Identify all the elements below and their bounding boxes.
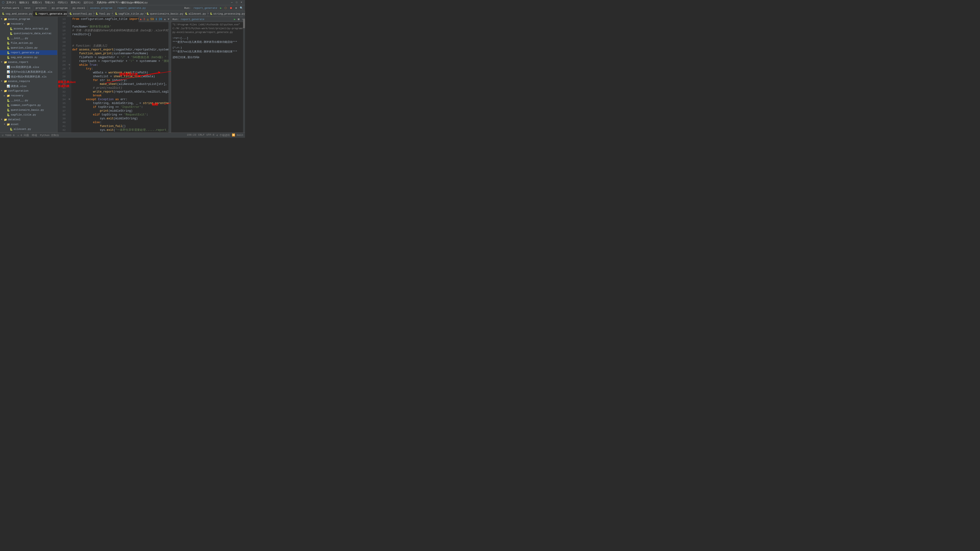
tree-item-init-1[interactable]: 🐍 __init__.py xyxy=(0,36,57,41)
code-line-38: elif topString == 'RequestExit': xyxy=(72,113,167,117)
debug-button[interactable]: ⬡ xyxy=(223,6,228,10)
code-line-31: # print(realDict) xyxy=(72,86,167,90)
tree-item-base[interactable]: ▶ 📁 base xyxy=(0,132,57,132)
tree-label-common-configure: common_configure.py xyxy=(11,104,41,106)
up-icon[interactable]: ▲ xyxy=(164,18,166,21)
fold-marker-25[interactable]: ⊟ xyxy=(68,64,70,66)
py-icon-11: 🐍 xyxy=(7,113,10,116)
code-line-34: except Exception as err: xyxy=(72,98,167,102)
tree-root[interactable]: ▼ 📁 assess_program xyxy=(0,17,57,22)
todo-item[interactable]: ☑ TODO 6 xyxy=(2,134,14,137)
py-icon-10: 🐍 xyxy=(7,109,10,112)
tab-report-generate[interactable]: 🐍 report_generate.py × xyxy=(33,11,67,17)
line-numbers: 1314151617 1819202122 2324252627 2829303… xyxy=(57,17,67,132)
fold-marker-34[interactable]: ⊟ xyxy=(68,98,70,100)
tree-item-xlsx-3[interactable]: 📊 使起#熟拉#系统测评总表.xls xyxy=(0,74,57,79)
tree-item-assess-extract[interactable]: 🐍 assess_data_extract.py xyxy=(0,26,57,31)
code-editor[interactable]: from configuration.sagfile_title import … xyxy=(71,17,169,132)
settings-button[interactable]: ⚙ xyxy=(234,6,238,10)
tree-item-init-2[interactable]: 🐍 __init__.py xyxy=(0,98,57,103)
code-line-42: sys.exit('一条野生异常需要处理......report_generat… xyxy=(72,128,167,132)
run-button[interactable]: ▶ xyxy=(219,6,223,10)
excel-icon-1: 📊 xyxy=(7,65,10,68)
tree-item-xlsx-2[interactable]: 📊 使充feel信儿奥系统测评总表.xls xyxy=(0,69,57,74)
tab-tool[interactable]: 🐍 Tool.py × xyxy=(94,11,113,17)
project-button[interactable]: project xyxy=(35,6,48,10)
menu-code[interactable]: 代码(C) xyxy=(58,1,68,4)
report-generate-button[interactable]: report_generate.py xyxy=(116,6,147,10)
tree-item-sag-assess[interactable]: 🐍 sag_and_assess.py xyxy=(0,55,57,60)
crlf-item[interactable]: CRLF xyxy=(198,133,204,137)
tree-item-q-basic[interactable]: 🐍 questionaire_basic.py xyxy=(0,108,57,113)
window-title: Python-work – report_generate.py xyxy=(97,1,148,4)
tree-item-file-action[interactable]: 🐍 file_action.py xyxy=(0,41,57,45)
tree-item-questionaire-extract[interactable]: 🐍 questionaire_data_extrac xyxy=(0,31,57,36)
run-icon[interactable]: ▶ xyxy=(234,18,235,21)
tree-item-asset[interactable]: ▼ 📁 asset xyxy=(0,122,57,127)
tree-expand-icon: ▼ xyxy=(1,18,4,20)
python-console-item[interactable]: Python 控制台 xyxy=(40,133,59,137)
problems-item[interactable]: ⚠ 6 问题 xyxy=(18,133,29,137)
menu-file[interactable]: 文件(F) xyxy=(6,1,16,4)
menu-view[interactable]: 视图(V) xyxy=(32,1,42,4)
tree-label-file-action: file_action.py xyxy=(11,41,33,44)
tree-item-report-generate[interactable]: 🐍 report_generate.py xyxy=(0,50,57,55)
menu-edit[interactable]: 编辑(E) xyxy=(19,1,29,4)
tab-asset-tool[interactable]: 🐍 assetTool.py × xyxy=(67,11,94,17)
right-scroll[interactable] xyxy=(243,17,245,132)
run-config[interactable]: report_generate xyxy=(192,6,218,10)
tree-item-assess-report[interactable]: ▼ 📁 assess_report xyxy=(0,60,57,65)
run-output-content: "C:\Program Files (x86)\Python38-32\pyth… xyxy=(171,22,245,132)
menu-run[interactable]: 运行(U) xyxy=(83,1,94,4)
project-selector[interactable]: Python-work xyxy=(1,6,20,10)
tab-questionaire-basic[interactable]: 🐍 questionaire_basic.py × xyxy=(145,11,183,17)
tree-item-diaocha[interactable]: 📊 调查表.xlsx xyxy=(0,84,57,89)
stop-button[interactable]: ⏹ xyxy=(229,6,233,10)
stop-run-icon[interactable]: ⏹ xyxy=(237,18,240,21)
test-button[interactable]: test xyxy=(24,6,32,10)
spaces-item[interactable]: 4 个缩进符 xyxy=(216,133,230,137)
run-output-line-4: ***使充feel信儿奥系统-测评表导出模块功能结束*** xyxy=(172,50,243,54)
tree-item-common-configure[interactable]: 🐍 common_configure.py xyxy=(0,103,57,108)
tab-string-processing[interactable]: 🐍 string_processing.py × xyxy=(208,11,245,17)
tree-item-all-asset-py[interactable]: 🐍 allAsset.py xyxy=(0,127,57,132)
folder-icon-1: 📁 xyxy=(7,22,10,25)
git-branch-item[interactable]: 🔀 main xyxy=(232,133,243,137)
close-button[interactable]: × xyxy=(240,1,243,4)
scroll-thumb[interactable] xyxy=(243,19,245,28)
tree-item-xlsx-1[interactable]: 📊 XXX系统测评总表.xlsx xyxy=(0,65,57,69)
py-program-button[interactable]: py-program xyxy=(51,6,68,10)
assess-program-button[interactable]: assess_program xyxy=(89,6,113,10)
maximize-button[interactable]: □ xyxy=(235,1,238,4)
tree-label-datacool: dataCool xyxy=(8,118,21,121)
down-icon[interactable]: ▼ xyxy=(168,18,169,21)
status-left: ☑ TODO 6 ⚠ 6 问题 终端 Python 控制台 xyxy=(2,133,59,137)
minimize-button[interactable]: — xyxy=(230,1,234,4)
menu-navigate[interactable]: 导航(N) xyxy=(45,1,55,4)
menu-refactor[interactable]: 重构(R) xyxy=(71,1,81,4)
position-item[interactable]: 156:23 xyxy=(187,133,196,137)
tree-label-assess-require: assess_require xyxy=(8,80,30,83)
tree-item-datacool[interactable]: ▼ 📁 dataCool xyxy=(0,117,57,122)
code-line-29: for str in industry: xyxy=(72,78,167,82)
tab-sagfile-title[interactable]: 🐍 sagfile_title.py × xyxy=(113,11,145,17)
tree-label-q-extract: questionaire_data_extrac xyxy=(14,32,51,35)
tree-item-assess-require[interactable]: ▼ 📁 assess_require xyxy=(0,79,57,84)
terminal-item[interactable]: 终端 xyxy=(32,133,37,137)
tree-item-configuration[interactable]: ▼ 📁 configuration xyxy=(0,89,57,93)
code-line-41: function_fail() xyxy=(72,124,167,128)
tree-item-sagfile-title[interactable]: 🐍 sagfile_title.py xyxy=(0,113,57,117)
project-tree[interactable]: ▼ 📁 assess_program ▼ 📁 recovery 🐍 assess… xyxy=(0,17,57,132)
window-controls[interactable]: — □ × xyxy=(230,1,243,4)
encoding-item[interactable]: UTF-8 xyxy=(207,133,215,137)
tab-sag-and-assess[interactable]: 🐍 sag_and_assess.py × xyxy=(0,11,33,17)
tree-item-recovery-1[interactable]: ▼ 📁 recovery xyxy=(0,22,57,26)
code-line-43: function_close_print(systemname+funcName… xyxy=(72,132,167,132)
tree-item-recovery-2[interactable]: ▶ 📁 recovery xyxy=(0,93,57,98)
tree-label-xlsx-2: 使充feel信儿奥系统测评总表.xls xyxy=(11,70,52,74)
py-excel-button[interactable]: py-excel xyxy=(72,6,86,10)
error-count: ▲ 3 xyxy=(140,18,145,21)
tab-all-asset[interactable]: 🐍 allAsset.py × xyxy=(183,11,208,17)
search-button[interactable]: 🔍 xyxy=(239,6,244,10)
tree-item-question-class[interactable]: 🐍 question_class.py xyxy=(0,45,57,50)
